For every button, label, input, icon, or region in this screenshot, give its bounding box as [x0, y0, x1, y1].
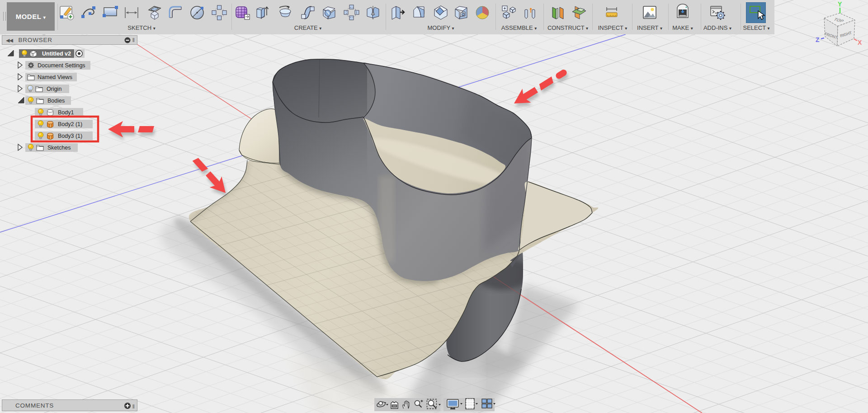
svg-text:Y: Y — [838, 0, 842, 8]
svg-text:Origin: Origin — [47, 86, 61, 92]
svg-text:Body2 (1): Body2 (1) — [58, 121, 82, 127]
svg-text:Z: Z — [816, 36, 820, 43]
svg-text:Document Settings: Document Settings — [38, 62, 85, 69]
svg-text:Bodies: Bodies — [47, 98, 65, 104]
svg-text:Body3 (1): Body3 (1) — [58, 133, 82, 139]
svg-text:Body1: Body1 — [58, 109, 74, 116]
svg-text:Named Views: Named Views — [38, 74, 72, 80]
svg-text:Sketches: Sketches — [47, 145, 71, 151]
svg-text:Untitled v2: Untitled v2 — [42, 51, 71, 57]
svg-text:X: X — [858, 39, 862, 46]
